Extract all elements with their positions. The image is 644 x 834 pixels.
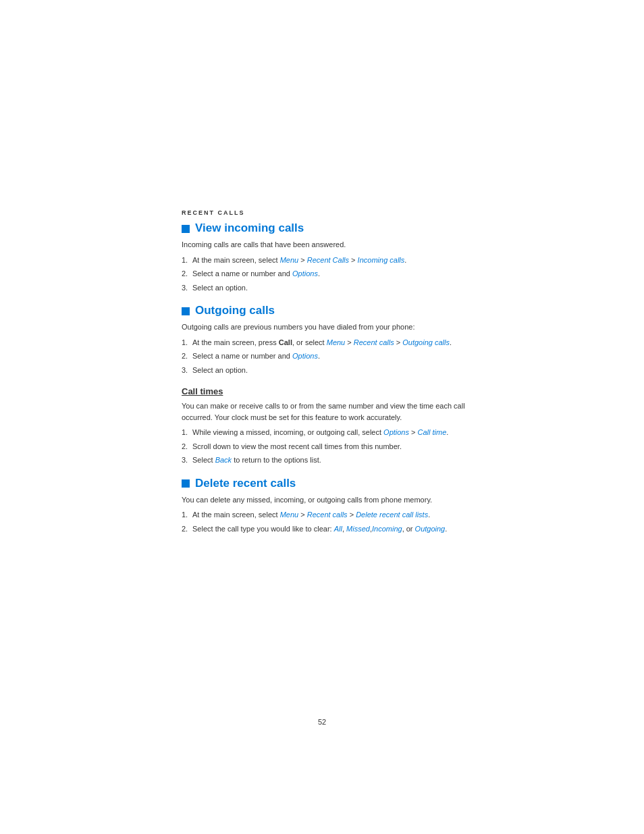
outgoing-calls-heading: Outgoing calls (182, 304, 472, 317)
step-item: Select an option. (182, 282, 472, 294)
call-times-desc: You can make or receive calls to or from… (182, 400, 472, 423)
link-outgoing: Outgoing (415, 525, 446, 533)
step-item: At the main screen, select Menu > Recent… (182, 509, 472, 521)
call-times-title: Call times (182, 386, 472, 396)
link-all: All (334, 525, 342, 533)
step-item: While viewing a missed, incoming, or out… (182, 427, 472, 438)
blue-square-icon (182, 225, 190, 233)
delete-recent-calls-title: Delete recent calls (195, 477, 296, 490)
section-outgoing-calls: Outgoing calls Outgoing calls are previo… (182, 304, 472, 375)
step-item: At the main screen, select Menu > Recent… (182, 255, 472, 266)
link-call-time: Call time (418, 428, 447, 436)
page-number: 52 (318, 718, 326, 726)
link-recent-calls: Recent calls (307, 511, 348, 519)
delete-recent-calls-desc: You can delete any missed, incoming, or … (182, 494, 472, 506)
link-menu: Menu (280, 511, 299, 519)
link-missed: Missed (346, 525, 370, 533)
view-incoming-calls-desc: Incoming calls are calls that have been … (182, 239, 472, 251)
link-options: Options (383, 428, 409, 436)
link-menu: Menu (280, 256, 299, 264)
step-item: Scroll down to view the most recent call… (182, 441, 472, 452)
view-incoming-calls-steps: At the main screen, select Menu > Recent… (182, 255, 472, 294)
step-item: Select an option. (182, 365, 472, 376)
link-outgoing-calls: Outgoing calls (402, 338, 450, 346)
link-incoming: Incoming (372, 525, 402, 533)
section-call-times: Call times You can make or receive calls… (182, 386, 472, 466)
link-incoming-calls: Incoming calls (358, 256, 405, 264)
step-item: Select a name or number and Options. (182, 350, 472, 362)
section-label: Recent calls (182, 209, 472, 216)
blue-square-icon (182, 307, 190, 315)
link-options: Options (292, 269, 318, 278)
link-delete-recent-call-lists: Delete recent call lists (356, 511, 428, 519)
call-times-steps: While viewing a missed, incoming, or out… (182, 427, 472, 466)
bold-call: Call (279, 338, 292, 346)
delete-recent-calls-heading: Delete recent calls (182, 477, 472, 490)
link-menu: Menu (327, 338, 346, 346)
outgoing-calls-steps: At the main screen, press Call, or selec… (182, 337, 472, 376)
view-incoming-calls-heading: View incoming calls (182, 221, 472, 235)
page-container: Recent calls View incoming calls Incomin… (0, 0, 644, 834)
step-item: Select a name or number and Options. (182, 268, 472, 280)
step-item: Select the call type you would like to c… (182, 523, 472, 535)
link-recent-calls: Recent Calls (307, 256, 349, 264)
step-item: At the main screen, press Call, or selec… (182, 337, 472, 348)
outgoing-calls-desc: Outgoing calls are previous numbers you … (182, 321, 472, 333)
blue-square-icon (182, 479, 190, 488)
step-item: Select Back to return to the options lis… (182, 454, 472, 466)
section-view-incoming-calls: View incoming calls Incoming calls are c… (182, 221, 472, 293)
section-delete-recent-calls: Delete recent calls You can delete any m… (182, 477, 472, 535)
view-incoming-calls-title: View incoming calls (195, 221, 304, 235)
link-recent-calls: Recent calls (354, 338, 394, 346)
content-area: Recent calls View incoming calls Incomin… (182, 209, 472, 545)
link-options: Options (292, 352, 318, 360)
link-back: Back (215, 456, 232, 464)
delete-recent-calls-steps: At the main screen, select Menu > Recent… (182, 509, 472, 534)
outgoing-calls-title: Outgoing calls (195, 304, 275, 317)
